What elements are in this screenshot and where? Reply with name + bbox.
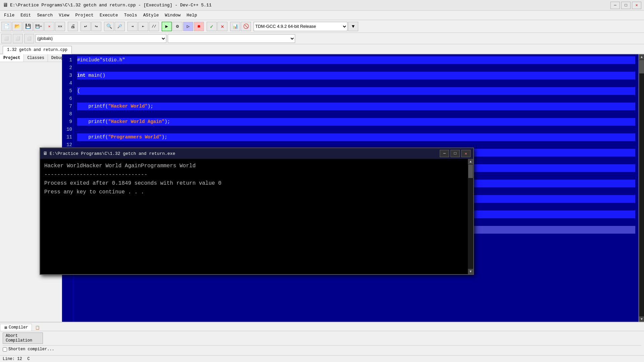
console-scroll-down[interactable]: ▼ <box>468 269 473 274</box>
console-line-3: Process exited after 0.1849 seconds with… <box>44 179 469 188</box>
minimize-button[interactable]: ─ <box>610 2 620 9</box>
shorten-row: Shorten compiler... <box>3 347 641 352</box>
active-tab[interactable]: 1.32 getch and return.cpp <box>3 46 72 54</box>
app-icon: 🖥 <box>3 2 8 8</box>
compiler-tab-label: Compiler <box>9 325 28 330</box>
scroll-up-arrow[interactable]: ▲ <box>639 54 644 60</box>
scope-right-selector[interactable] <box>168 34 295 43</box>
console-maximize-button[interactable]: □ <box>450 150 460 157</box>
save-all-button[interactable]: 💾+ <box>34 22 44 31</box>
code-line-3: { <box>77 87 635 95</box>
code-line-5: printf("Hacker World Again"); <box>77 118 635 126</box>
close-all-button[interactable]: ✕✕ <box>55 22 65 31</box>
bottom-tab-compiler[interactable]: 🖥 Compiler <box>0 324 32 331</box>
new-file-button[interactable]: 📄 <box>1 22 11 31</box>
check-syntax-button[interactable]: ✓ <box>207 22 217 31</box>
scope-icon3[interactable]: ⬜ <box>24 34 34 43</box>
maximize-button[interactable]: □ <box>621 2 631 9</box>
menu-tools[interactable]: Tools <box>121 12 140 19</box>
panel-tab-project[interactable]: Project <box>0 54 24 62</box>
title-bar: 🖥 E:\Practice Programs\C\1.32 getch and … <box>0 0 644 11</box>
status-line: Line: 12 <box>3 357 22 361</box>
status-col: C <box>28 357 30 361</box>
console-minimize-button[interactable]: ─ <box>440 150 449 157</box>
console-line-4: Press any key to continue . . . <box>44 188 469 196</box>
console-scroll-up[interactable]: ▲ <box>468 159 473 164</box>
left-panel-tabs: Project Classes Debug <box>0 54 62 62</box>
run-button[interactable]: ▷ <box>183 22 193 31</box>
console-scroll-thumb[interactable] <box>468 165 473 178</box>
right-scrollbar[interactable]: ▲ ▼ <box>639 54 644 322</box>
code-line-4: printf("Hacker World"); <box>77 103 635 110</box>
scroll-track[interactable] <box>639 60 644 316</box>
toggle-comment-button[interactable]: // <box>149 22 159 31</box>
toolbar2: ⬜ ⬜ ⬜ (globals) <box>0 33 644 44</box>
console-line-2: -------------------------------- <box>44 170 469 179</box>
compile-button[interactable]: ⚙ <box>172 22 182 31</box>
status-bar: Line: 12 C <box>0 355 644 362</box>
bottom-tab-2[interactable]: 📋 <box>32 324 43 331</box>
console-title-left: 🖥 E:\Practice Programs\C\1.32 getch and … <box>43 151 175 156</box>
menu-project[interactable]: Project <box>72 12 96 19</box>
undo-button[interactable]: ↩ <box>80 22 91 31</box>
close-button[interactable]: ✕ <box>632 2 641 9</box>
debug-stop-button[interactable]: 🚫 <box>241 22 251 31</box>
console-scroll-track[interactable] <box>468 164 473 269</box>
console-icon: 🖥 <box>43 151 48 156</box>
abort-compilation-button[interactable]: Abort Compilation <box>3 333 43 344</box>
scope-icon1[interactable]: ⬜ <box>1 34 11 43</box>
scope-left-selector[interactable]: (globals) <box>36 34 166 43</box>
console-window: 🖥 E:\Practice Programs\C\1.32 getch and … <box>40 147 474 275</box>
replace-button[interactable]: 🔎 <box>115 22 125 31</box>
console-close-button[interactable]: ✕ <box>461 150 471 157</box>
menu-edit[interactable]: Edit <box>18 12 34 19</box>
scroll-down-arrow[interactable]: ▼ <box>639 316 644 322</box>
title-bar-left: 🖥 E:\Practice Programs\C\1.32 getch and … <box>3 2 212 8</box>
redo-button[interactable]: ↪ <box>91 22 101 31</box>
code-line-1: #include"stdio.h" <box>77 56 635 64</box>
shorten-label: Shorten compiler... <box>8 347 54 352</box>
console-scrollbar[interactable]: ▲ ▼ <box>468 159 473 274</box>
unindent-button[interactable]: ⇤ <box>138 22 148 31</box>
menu-astyle[interactable]: AStyle <box>141 12 162 19</box>
toolbar1: 📄 📂 💾 💾+ ✕ ✕✕ 🖨 ↩ ↪ 🔍 🔎 ⇥ ⇤ // ▶ ⚙ ▷ ■ ✓… <box>0 20 644 33</box>
console-controls[interactable]: ─ □ ✕ <box>440 150 471 157</box>
stop-button[interactable]: ■ <box>194 22 204 31</box>
tabs-bar: 1.32 getch and return.cpp <box>0 44 644 54</box>
open-file-button[interactable]: 📂 <box>12 22 22 31</box>
code-line-6: printf("Programmers World"); <box>77 133 635 141</box>
menu-file[interactable]: File <box>1 12 17 19</box>
shorten-checkbox[interactable] <box>3 347 7 352</box>
console-titlebar: 🖥 E:\Practice Programs\C\1.32 getch and … <box>40 148 473 159</box>
console-body: Hacker WorldHacker World AgainProgrammer… <box>40 159 473 274</box>
compile-run-button[interactable]: ▶ <box>162 22 172 31</box>
bottom-tabs: 🖥 Compiler 📋 <box>0 322 644 331</box>
title-bar-controls[interactable]: ─ □ ✕ <box>610 2 641 9</box>
window-title: E:\Practice Programs\C\1.32 getch and re… <box>10 3 212 8</box>
menu-search[interactable]: Search <box>34 12 55 19</box>
menu-help[interactable]: Help <box>184 12 200 19</box>
scroll-thumb[interactable] <box>639 60 644 73</box>
compiler-selector[interactable]: TDM-GCC 4.9.2 64-bit Release <box>254 22 347 31</box>
abort-label: Abort Compilation <box>6 334 32 343</box>
indent-button[interactable]: ⇥ <box>127 22 138 31</box>
code-line-2: int main() <box>77 72 635 79</box>
console-title-text: E:\Practice Programs\C\1.32 getch and re… <box>50 151 175 156</box>
menu-window[interactable]: Window <box>162 12 183 19</box>
debug-button[interactable]: 📊 <box>230 22 240 31</box>
menu-execute[interactable]: Execute <box>97 12 121 19</box>
save-file-button[interactable]: 💾 <box>23 22 33 31</box>
compiler-dropdown-arrow[interactable]: ▼ <box>348 22 358 31</box>
close-file-button[interactable]: ✕ <box>44 22 54 31</box>
menu-view[interactable]: View <box>56 12 72 19</box>
panel-tab-classes[interactable]: Classes <box>24 54 48 62</box>
console-line-1: Hacker WorldHacker World AgainProgrammer… <box>44 162 469 170</box>
menu-bar: File Edit Search View Project Execute To… <box>0 11 644 20</box>
find-button[interactable]: 🔍 <box>104 22 114 31</box>
scope-icon2[interactable]: ⬜ <box>13 34 23 43</box>
abort-button[interactable]: ✕ <box>217 22 227 31</box>
print-button[interactable]: 🖨 <box>68 22 78 31</box>
